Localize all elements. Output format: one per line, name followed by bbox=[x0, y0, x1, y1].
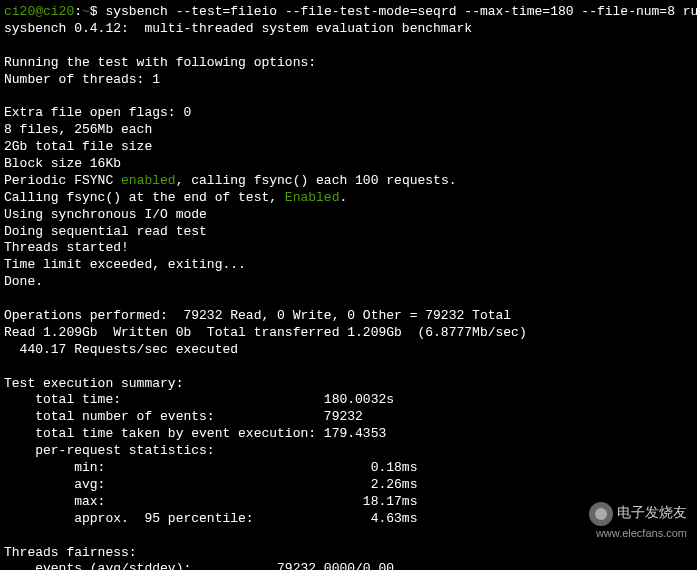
summary-header: Test execution summary: bbox=[4, 376, 693, 393]
blank bbox=[4, 88, 693, 105]
output-total-size: 2Gb total file size bbox=[4, 139, 693, 156]
output-fsync: Periodic FSYNC enabled, calling fsync() … bbox=[4, 173, 693, 190]
summary-total-time: total time: 180.0032s bbox=[4, 392, 693, 409]
blank bbox=[4, 291, 693, 308]
output-time-limit: Time limit exceeded, exiting... bbox=[4, 257, 693, 274]
blank bbox=[4, 38, 693, 55]
output-version: sysbench 0.4.12: multi-threaded system e… bbox=[4, 21, 693, 38]
prompt-user: ci20@ci20 bbox=[4, 4, 74, 19]
output-read-write: Read 1.209Gb Written 0b Total transferre… bbox=[4, 325, 693, 342]
output-operations: Operations performed: 79232 Read, 0 Writ… bbox=[4, 308, 693, 325]
output-files: 8 files, 256Mb each bbox=[4, 122, 693, 139]
watermark: 电子发烧友 www.elecfans.com bbox=[589, 502, 687, 540]
blank bbox=[4, 359, 693, 376]
prompt-path: ~ bbox=[82, 4, 90, 19]
watermark-sub: www.elecfans.com bbox=[589, 526, 687, 540]
enabled-text: Enabled bbox=[285, 190, 340, 205]
summary-per-request: per-request statistics: bbox=[4, 443, 693, 460]
summary-avg: avg: 2.26ms bbox=[4, 477, 693, 494]
command-text: sysbench --test=fileio --file-test-mode=… bbox=[105, 4, 697, 19]
output-done: Done. bbox=[4, 274, 693, 291]
output-threads: Number of threads: 1 bbox=[4, 72, 693, 89]
output-running: Running the test with following options: bbox=[4, 55, 693, 72]
output-sync-mode: Using synchronous I/O mode bbox=[4, 207, 693, 224]
output-block: Block size 16Kb bbox=[4, 156, 693, 173]
enabled-text: enabled bbox=[121, 173, 176, 188]
summary-total-events: total number of events: 79232 bbox=[4, 409, 693, 426]
watermark-main: 电子发烧友 bbox=[617, 504, 687, 520]
output-threads-started: Threads started! bbox=[4, 240, 693, 257]
fairness-events: events (avg/stddev): 79232.0000/0.00 bbox=[4, 561, 693, 570]
output-calling: Calling fsync() at the end of test, Enab… bbox=[4, 190, 693, 207]
summary-event-time: total time taken by event execution: 179… bbox=[4, 426, 693, 443]
output-requests: 440.17 Requests/sec executed bbox=[4, 342, 693, 359]
output-seq-test: Doing sequential read test bbox=[4, 224, 693, 241]
fairness-header: Threads fairness: bbox=[4, 545, 693, 562]
summary-min: min: 0.18ms bbox=[4, 460, 693, 477]
watermark-logo-icon bbox=[589, 502, 613, 526]
prompt-line-1: ci20@ci20:~$ sysbench --test=fileio --fi… bbox=[4, 4, 693, 21]
output-extra-flags: Extra file open flags: 0 bbox=[4, 105, 693, 122]
